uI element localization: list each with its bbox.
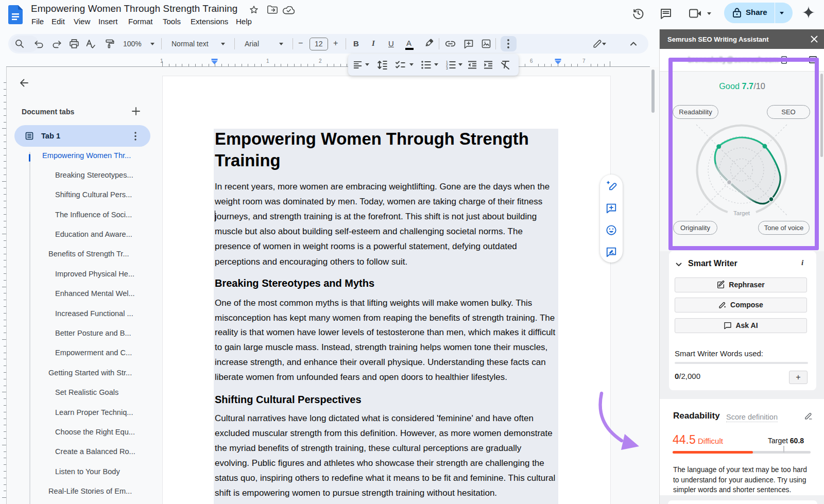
svg-text:3: 3	[446, 66, 448, 70]
